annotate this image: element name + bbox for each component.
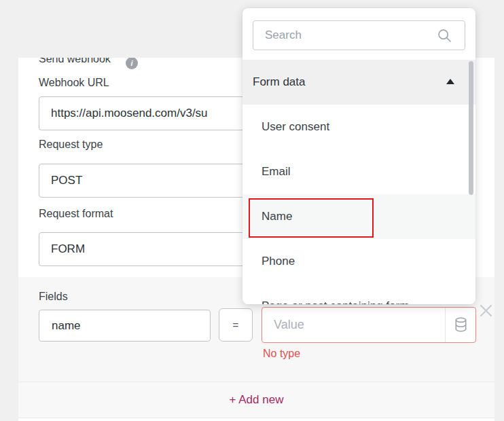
send-webhook-label: Send webhook (39, 58, 111, 65)
operator-label: = (233, 319, 239, 331)
field-value-input[interactable] (262, 308, 445, 342)
field-value-box (262, 307, 476, 343)
info-icon[interactable]: i (126, 58, 138, 69)
field-picker-dropdown: Form data User consent Email Name Phone … (242, 8, 475, 304)
request-type-label: Request type (39, 139, 103, 151)
dropdown-item-email[interactable]: Email (242, 149, 475, 194)
fields-label: Fields (39, 291, 68, 303)
dropdown-item-phone[interactable]: Phone (242, 239, 475, 284)
insert-data-button[interactable] (445, 308, 475, 342)
remove-field-row-icon[interactable] (478, 302, 494, 318)
webhook-url-label: Webhook URL (39, 77, 109, 89)
field-key-input[interactable] (39, 310, 211, 342)
dropdown-item-page-or-post[interactable]: Page or post containing form (242, 284, 475, 304)
collapse-arrow-icon (446, 79, 454, 84)
dropdown-item-user-consent[interactable]: User consent (242, 105, 475, 149)
search-icon (437, 29, 452, 43)
dropdown-scrollbar-thumb[interactable] (469, 61, 473, 195)
operator-button[interactable]: = (219, 308, 253, 342)
dropdown-item-name[interactable]: Name (242, 194, 475, 239)
database-icon (453, 316, 469, 333)
request-format-value: FORM (51, 242, 85, 256)
field-error-text: No type (263, 348, 300, 360)
search-input[interactable] (253, 20, 465, 50)
add-new-button[interactable]: + Add new (230, 393, 284, 407)
request-type-value: POST (51, 174, 82, 187)
group-header-form-data[interactable]: Form data (242, 60, 475, 105)
add-new-row: + Add new (18, 382, 494, 418)
request-format-label: Request format (39, 208, 113, 220)
group-header-label: Form data (253, 75, 305, 89)
dropdown-list: Form data User consent Email Name Phone … (242, 60, 475, 304)
